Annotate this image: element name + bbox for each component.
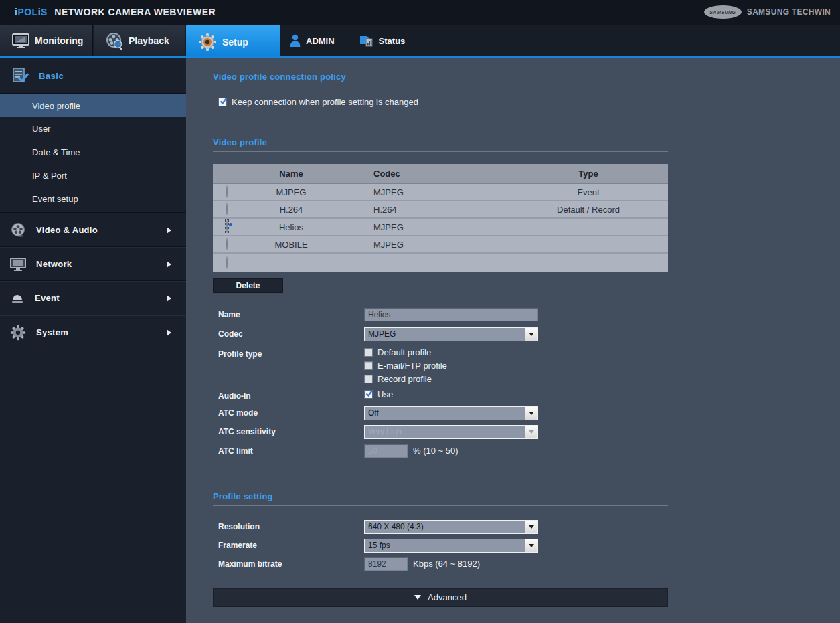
delete-button[interactable]: Delete (213, 278, 283, 293)
column-header-name: Name (241, 169, 341, 179)
sidebar-group-system[interactable]: System (0, 315, 186, 349)
profile-radio[interactable] (226, 203, 228, 215)
table-row[interactable]: H.264 H.264 Default / Record (213, 201, 668, 219)
framerate-select[interactable]: 15 fps (364, 539, 538, 553)
table-row-selected[interactable]: Helios MJPEG (213, 219, 668, 236)
admin-user[interactable]: ADMIN (289, 34, 335, 48)
tab-setup[interactable]: Setup (186, 25, 280, 58)
cell-name: Helios (241, 222, 341, 232)
sidebar-item-ip-port[interactable]: IP & Port (0, 164, 186, 187)
atc-mode-select[interactable]: Off (364, 406, 538, 420)
dropdown-arrow-icon (525, 426, 537, 438)
audio-in-row: Audio-In Use (213, 389, 668, 401)
profile-radio[interactable] (226, 256, 228, 269)
chevron-right-icon (167, 329, 171, 336)
top-separator (347, 35, 347, 47)
email-ftp-profile-label: E-mail/FTP profile (377, 361, 447, 371)
keep-connection-checkbox[interactable] (218, 98, 227, 106)
tab-label: Setup (222, 37, 248, 48)
chevron-right-icon (167, 261, 171, 268)
dropdown-arrow-icon[interactable] (525, 521, 537, 533)
sidebar-item-video-profile[interactable]: Video profile (0, 94, 186, 117)
dropdown-arrow-icon[interactable] (525, 407, 537, 420)
framerate-label: Framerate (213, 539, 364, 553)
tab-playback[interactable]: Playback (94, 25, 185, 56)
codec-label: Codec (213, 327, 364, 341)
cell-name: MJPEG (241, 187, 341, 197)
sidebar-section-basic[interactable]: Basic (0, 58, 186, 94)
atc-sensitivity-select: Very high (364, 425, 538, 439)
table-row-empty[interactable] (213, 254, 668, 272)
chevron-down-icon (414, 595, 421, 600)
cell-codec: MJPEG (341, 240, 509, 250)
cell-type: Event (509, 187, 668, 197)
max-bitrate-row: Maximum bitrate Kbps (64 ~ 8192) (213, 557, 668, 571)
tab-monitoring[interactable]: Monitoring (0, 25, 93, 56)
email-ftp-profile-checkbox[interactable] (364, 361, 373, 370)
status-icon (359, 34, 374, 48)
framerate-row: Framerate 15 fps (213, 539, 668, 553)
sidebar-item-event-setup[interactable]: Event setup (0, 187, 186, 211)
profile-radio[interactable] (226, 185, 228, 198)
keep-connection-row: Keep connection when profile setting is … (213, 97, 668, 107)
gear-icon (9, 324, 27, 341)
atc-limit-range: % (10 ~ 50) (413, 446, 458, 456)
document-check-icon (11, 66, 29, 85)
record-profile-checkbox[interactable] (364, 375, 373, 383)
table-row[interactable]: MOBILE MJPEG (213, 236, 668, 254)
max-bitrate-input[interactable] (364, 557, 408, 571)
atc-mode-row: ATC mode Off (213, 406, 668, 420)
profile-type-label: Profile type (213, 347, 364, 384)
atc-limit-row: ATC limit % (10 ~ 50) (213, 444, 668, 458)
resolution-label: Resolution (213, 520, 364, 534)
sidebar-item-label: Event setup (32, 194, 78, 204)
sidebar-group-network[interactable]: Network (0, 247, 186, 281)
profile-setting-form: Resolution 640 X 480 (4:3) Framerate 15 … (213, 520, 668, 571)
column-header-codec: Codec (341, 169, 509, 179)
sidebar-item-label: User (32, 124, 50, 134)
status-button[interactable]: Status (359, 34, 406, 48)
profile-radio-selected[interactable] (226, 220, 228, 233)
ipolis-logo: iPOLiS (15, 7, 48, 17)
sidebar-items: Video profile User Date & Time IP & Port… (0, 94, 186, 213)
default-profile-checkbox[interactable] (364, 348, 373, 357)
dropdown-arrow-icon[interactable] (525, 539, 537, 552)
sidebar: Basic Video profile User Date & Time IP … (0, 58, 186, 623)
codec-select[interactable]: MJPEG (364, 327, 538, 341)
top-cluster: ADMIN Status (289, 25, 405, 56)
table-row[interactable]: MJPEG MJPEG Event (213, 184, 668, 201)
keep-connection-label: Keep connection when profile setting is … (232, 97, 418, 107)
name-label: Name (213, 308, 364, 321)
audio-in-checkbox[interactable] (364, 390, 373, 399)
video-profile-table: Name Codec Type MJPEG MJPEG Event H.264 … (213, 164, 668, 272)
app-header: iPOLiS NETWORK CAMERA WEBVIEWER SAMSUNG … (0, 0, 840, 25)
main-panel: Video profile connection policy Keep con… (186, 58, 840, 623)
audio-in-label: Audio-In (213, 389, 364, 401)
name-input[interactable] (364, 308, 538, 321)
status-label: Status (379, 36, 406, 46)
audio-in-use-label: Use (377, 389, 393, 399)
advanced-toggle[interactable]: Advanced (213, 588, 668, 607)
cell-name: H.264 (241, 205, 341, 215)
check-icon (365, 389, 373, 398)
admin-label: ADMIN (306, 36, 335, 46)
divider (213, 151, 668, 152)
cell-codec: H.264 (341, 205, 509, 215)
dropdown-arrow-icon[interactable] (525, 328, 537, 341)
brand-area: SAMSUNG SAMSUNG TECHWIN (704, 5, 831, 19)
tab-bar: Monitoring Playback Setup (0, 25, 840, 56)
section-title-connection-policy: Video profile connection policy (213, 72, 668, 82)
resolution-select[interactable]: 640 X 480 (4:3) (364, 520, 538, 534)
name-row: Name (213, 308, 668, 321)
sidebar-item-user[interactable]: User (0, 117, 186, 141)
atc-mode-label: ATC mode (213, 406, 364, 420)
cell-name: MOBILE (241, 240, 341, 250)
sidebar-item-date-time[interactable]: Date & Time (0, 141, 186, 164)
sidebar-group-video-audio[interactable]: Video & Audio (0, 213, 186, 247)
record-profile-label: Record profile (377, 374, 432, 384)
sidebar-item-label: Video profile (32, 101, 80, 111)
atc-sensitivity-value: Very high (365, 427, 402, 436)
atc-limit-input (364, 444, 408, 458)
sidebar-group-event[interactable]: Event (0, 281, 186, 315)
profile-radio[interactable] (226, 238, 228, 250)
